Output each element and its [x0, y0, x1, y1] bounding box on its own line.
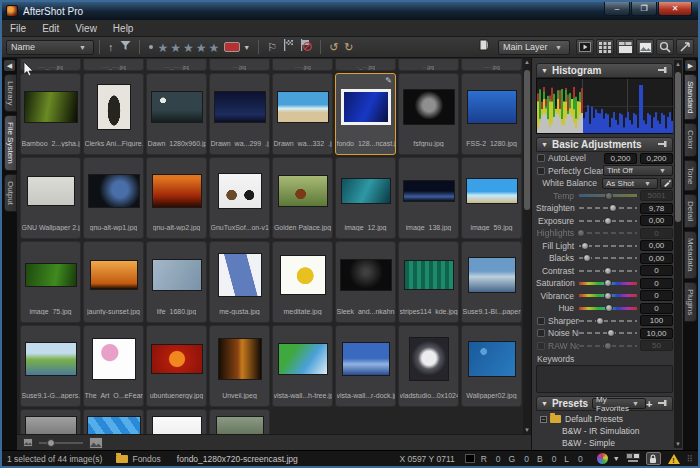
thumbnail-cell[interactable]: image_75.jpg [20, 241, 81, 323]
slider-knob[interactable] [607, 329, 615, 337]
slider-knob[interactable] [604, 279, 612, 287]
slider-knob[interactable] [596, 317, 604, 325]
browse-view-button[interactable] [616, 39, 634, 55]
rating-none-icon[interactable] [149, 45, 153, 49]
thumbnail-cell[interactable]: ·····_····.jpg [83, 59, 144, 71]
thumbnail-cell[interactable]: Wallpaper02.jpg [461, 325, 522, 407]
slideshow-button[interactable] [576, 39, 594, 55]
magnifier-button[interactable] [656, 39, 674, 55]
scroll-up-icon[interactable]: ▲ [523, 59, 531, 65]
grid-scrollbar[interactable]: ▲ ▼ [523, 58, 531, 434]
collapse-right-panel-icon[interactable]: ▶ [685, 60, 696, 71]
slider[interactable] [579, 229, 637, 237]
slider-knob[interactable] [609, 204, 617, 212]
thumbnail-cell[interactable]: fondo_128...ncast.jpg✎ [335, 73, 396, 155]
collapse-triangle-icon[interactable]: ▼ [541, 67, 548, 74]
value-field[interactable]: 0 [640, 290, 673, 301]
scroll-down-icon[interactable]: ▼ [523, 427, 531, 433]
rotate-left-icon[interactable]: ↺ [329, 38, 338, 56]
slider[interactable] [579, 217, 637, 225]
small-thumbnail-icon[interactable] [23, 438, 33, 447]
thumbnail-cell[interactable]: Drawn_wa...332_.jpg [272, 73, 333, 155]
color-label-swatch[interactable] [224, 42, 240, 52]
presets-header[interactable]: ▼ Presets My Favorites ▼ + [536, 396, 673, 411]
tab-detail[interactable]: Detail [684, 194, 697, 228]
thumbnail-cell[interactable]: FSS-2_1280.jpg [461, 73, 522, 155]
slider[interactable] [579, 267, 637, 275]
layers-icon[interactable] [478, 38, 491, 57]
thumbnail-cell[interactable]: stripes114_kde.jpg [398, 241, 459, 323]
color-management-icon[interactable] [597, 453, 608, 464]
thumbnail-cell[interactable] [209, 409, 270, 434]
thumbnail-cell[interactable]: ···.jpg [209, 59, 270, 71]
keywords-input[interactable] [536, 365, 673, 393]
slider-knob[interactable] [605, 304, 613, 312]
slider[interactable] [579, 329, 637, 337]
slider[interactable] [579, 279, 637, 287]
tab-metadata[interactable]: Metadata [684, 231, 697, 278]
slider-knob[interactable] [604, 292, 612, 300]
thumbnail-cell[interactable]: The_Art_O...eFear.jpg [83, 325, 144, 407]
large-thumbnail-icon[interactable] [89, 437, 103, 449]
slider[interactable] [579, 292, 637, 300]
thumbnail-cell[interactable]: vista-wall...h-tree.jpg [272, 325, 333, 407]
thumbnail-cell[interactable]: jaunty-sunset.jpg [83, 241, 144, 323]
thumbnail-cell[interactable]: Dawn_1280x960.jpg [146, 73, 207, 155]
layer-selector-dropdown[interactable]: Main Layer ▼ [498, 40, 570, 55]
tab-standard[interactable]: Standard [684, 74, 697, 120]
current-folder[interactable]: Fondos [132, 454, 160, 464]
preset-item[interactable]: B&W - IR Simulation [540, 425, 673, 437]
tab-file-system[interactable]: File System [4, 115, 17, 171]
pin-icon[interactable] [658, 398, 668, 409]
edit-icon[interactable]: ✎ [385, 76, 392, 85]
tab-plugins[interactable]: Plugins [684, 282, 697, 322]
value-field[interactable]: 9,78 [640, 203, 673, 214]
pin-icon[interactable] [658, 65, 668, 76]
thumbnail-cell[interactable]: ·····.jpg [272, 59, 333, 71]
menu-view[interactable]: View [67, 21, 105, 36]
star-icon[interactable]: ★ [170, 41, 181, 55]
thumbnail-cell[interactable]: Suse9.1-G...apers.jpg [20, 325, 81, 407]
chevron-down-icon[interactable]: ▼ [613, 455, 620, 462]
scroll-up-icon[interactable]: ▲ [674, 61, 682, 67]
thumbnail-cell[interactable]: ·····.jpg [461, 59, 522, 71]
slider-knob[interactable] [604, 267, 612, 275]
thumbnail-cell[interactable]: Sleek_and...nkahn.jpg [335, 241, 396, 323]
slider-knob[interactable] [583, 254, 591, 262]
slider[interactable] [579, 192, 637, 200]
histogram-header[interactable]: ▼ Histogram [536, 63, 673, 78]
thumbnail-cell[interactable]: Bamboo_2...ysha.jpg [20, 73, 81, 155]
checkbox[interactable] [537, 167, 545, 175]
preset-item[interactable]: Bleach Bypass [540, 449, 673, 450]
thumbnail-cell[interactable]: life_1680.jpg [146, 241, 207, 323]
thumbnail-cell[interactable] [20, 409, 81, 434]
title-bar[interactable]: AfterShot Pro – ❐ ✕ [2, 2, 698, 20]
tab-output[interactable]: Output [4, 174, 17, 212]
value-field[interactable]: 0 [640, 228, 673, 239]
slider-knob[interactable] [577, 229, 585, 237]
sort-field-dropdown[interactable]: Name ▼ [6, 40, 94, 55]
thumbnail-cell[interactable]: ····_·····.jpg [146, 59, 207, 71]
fullscreen-button[interactable] [676, 39, 694, 55]
thumbnail-cell[interactable]: GnuTuxSof...on-v1.jpg [209, 157, 270, 239]
thumbnail-cell[interactable]: image_59.jpg [461, 157, 522, 239]
value-field[interactable]: 0 [640, 303, 673, 314]
flag-icon[interactable]: ⚐ [267, 38, 277, 56]
menu-file[interactable]: File [2, 21, 34, 36]
thumbnail-cell[interactable] [83, 409, 144, 434]
warning-icon[interactable]: ! [668, 454, 680, 464]
thumbnail-cell[interactable]: ··.jpg [398, 59, 459, 71]
slider-knob[interactable] [581, 242, 589, 250]
white-balance-dropdown[interactable]: As Shot▼ [602, 178, 658, 189]
thumbnail-cell[interactable]: Unveil.jpeg [209, 325, 270, 407]
tab-color[interactable]: Color [684, 123, 697, 156]
collapse-triangle-icon[interactable]: ▼ [541, 141, 548, 148]
thumbnail-cell[interactable]: vista-wall...r-dock.jpg [335, 325, 396, 407]
checkbox[interactable] [537, 329, 545, 337]
thumbnail-cell[interactable]: vladstudio...0x1024.jpg [398, 325, 459, 407]
flag-clear-icon[interactable] [300, 38, 312, 56]
thumbnail-cell[interactable]: Clerks Ani...Figure.jpg [83, 73, 144, 155]
presets-category-dropdown[interactable]: My Favorites ▼ [592, 398, 646, 409]
pin-icon[interactable] [658, 139, 668, 150]
thumbnail-cell[interactable]: Golden Palace.jpg [272, 157, 333, 239]
